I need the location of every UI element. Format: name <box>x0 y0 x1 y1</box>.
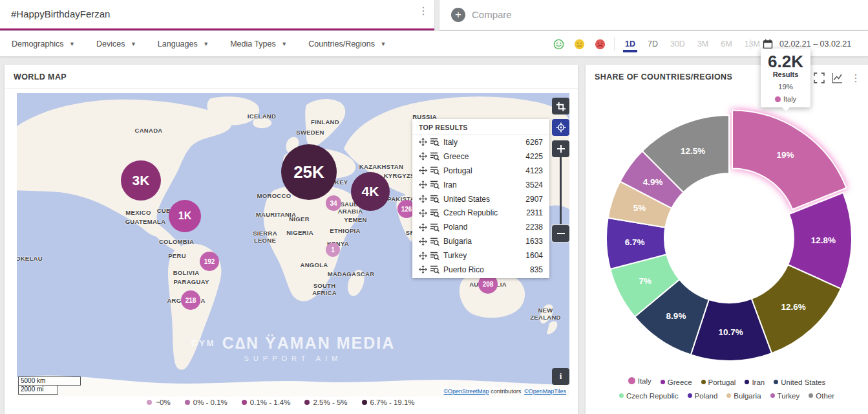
map-crop-button[interactable] <box>552 98 569 114</box>
calendar-icon[interactable] <box>763 39 773 49</box>
share-legend-item-iran[interactable]: Iran <box>745 378 765 386</box>
search-list-icon[interactable] <box>430 138 439 146</box>
share-legend-item-bulgaria[interactable]: Bulgaria <box>726 392 761 400</box>
top-result-row[interactable]: Italy6267 <box>412 135 549 149</box>
search-list-icon[interactable] <box>430 152 439 160</box>
top-result-row[interactable]: Bulgaria1633 <box>412 234 549 248</box>
share-legend-item-portugal[interactable]: Portugal <box>701 378 736 386</box>
compare-card[interactable]: + Compare <box>439 0 868 30</box>
share-legend-item-turkey[interactable]: Turkey <box>770 392 800 400</box>
move-to-icon[interactable] <box>419 209 427 217</box>
move-to-icon[interactable] <box>419 152 427 160</box>
move-to-icon[interactable] <box>419 237 427 246</box>
map-bubble[interactable]: 1K <box>169 200 201 232</box>
search-list-icon[interactable] <box>430 209 439 217</box>
map-country-label: TOKELAU <box>17 255 43 262</box>
top-result-row[interactable]: Portugal4123 <box>412 164 549 178</box>
map-bubble[interactable]: 3K <box>121 160 161 201</box>
map-country-label: CANADA <box>135 127 163 134</box>
map-bubble[interactable]: 34 <box>326 195 341 211</box>
share-legend-item-italy[interactable]: Italy <box>628 377 651 385</box>
attribution-link[interactable]: ©OpenStreetMap <box>443 388 489 395</box>
filter-countries-regions[interactable]: Countries/Regions ▼ <box>308 39 386 49</box>
map-scale-mi: 2000 mi <box>18 386 58 395</box>
world-map[interactable]: CANADAICELANDFINLANDSWEDENRUSSIAKAZAKHST… <box>17 93 569 397</box>
tooltip-country-dot <box>775 96 781 102</box>
move-to-icon[interactable] <box>419 265 427 274</box>
map-target-button[interactable] <box>552 119 569 136</box>
time-range-7d[interactable]: 7D <box>647 32 659 56</box>
top-result-row[interactable]: Greece4225 <box>412 149 549 164</box>
compare-plus-icon[interactable]: + <box>451 8 465 22</box>
sentiment-neutral-icon[interactable] <box>574 39 585 50</box>
map-info-button[interactable]: i <box>552 368 569 385</box>
search-list-icon[interactable] <box>430 265 439 274</box>
top-result-row[interactable]: Czech Republic2311 <box>412 206 549 220</box>
top-result-value: 835 <box>530 265 543 274</box>
map-zoom-slider[interactable] <box>560 155 562 228</box>
filter-languages[interactable]: Languages ▼ <box>158 39 209 49</box>
world-map-panel: WORLD MAP C <box>5 65 578 414</box>
search-list-icon[interactable] <box>430 237 439 246</box>
share-legend-item-united-states[interactable]: United States <box>774 378 825 386</box>
donut-chart[interactable]: 19%12.8%12.6%10.7%8.9%7%6.7%5%4.9%12.5% <box>586 65 868 414</box>
share-legend-item-other[interactable]: Other <box>809 392 834 400</box>
move-to-icon[interactable] <box>419 138 427 146</box>
time-range-3m[interactable]: 3M <box>697 32 709 56</box>
map-bubble[interactable]: 1 <box>326 243 340 257</box>
filter-devices[interactable]: Devices ▼ <box>96 39 136 49</box>
map-bubble[interactable]: 192 <box>200 252 219 271</box>
search-list-icon[interactable] <box>430 252 439 260</box>
search-list-icon[interactable] <box>430 195 439 203</box>
legend-dot <box>770 393 775 398</box>
top-result-row[interactable]: Turkey1604 <box>412 248 549 263</box>
legend-dot <box>185 400 190 405</box>
time-range-30d[interactable]: 30D <box>670 32 686 56</box>
filter-media-types[interactable]: Media Types ▼ <box>230 39 287 49</box>
search-query[interactable]: #HappyBirthdayFerzan <box>11 8 110 19</box>
share-legend-item-czech-republic[interactable]: Czech Republic <box>619 392 679 400</box>
top-result-row[interactable]: Poland2238 <box>412 220 549 234</box>
top-result-row[interactable]: Iran3524 <box>412 178 549 192</box>
donut-slice-label: 7% <box>639 276 651 286</box>
legend-dot <box>688 393 692 398</box>
sentiment-negative-icon[interactable] <box>595 39 606 50</box>
search-kebab-icon[interactable]: ⋮ <box>418 9 429 13</box>
search-topic-card[interactable]: #HappyBirthdayFerzan ⋮ <box>0 0 434 30</box>
legend-dot <box>745 380 749 384</box>
move-to-icon[interactable] <box>419 195 427 203</box>
sentiment-positive-icon[interactable] <box>553 39 564 50</box>
map-bubble[interactable]: 25K <box>281 144 337 200</box>
search-list-icon[interactable] <box>430 180 439 189</box>
map-country-label: MADAGASCAR <box>328 270 375 278</box>
share-countries-panel: SHARE OF COUNTRIES/REGIONS ⋮ 19%12.8%12.… <box>586 65 868 414</box>
move-to-icon[interactable] <box>419 166 427 175</box>
time-range-6m[interactable]: 6M <box>720 32 732 56</box>
time-range-1d[interactable]: 1D <box>624 32 636 56</box>
search-list-icon[interactable] <box>430 166 439 175</box>
legend-dot <box>774 380 778 384</box>
search-list-icon[interactable] <box>430 223 439 232</box>
map-country-label: KAZAKHSTAN <box>359 163 403 170</box>
map-bubble[interactable]: 218 <box>181 290 200 310</box>
map-percent-legend: ~0%0% - 0.1%0.1% - 1.4%2.5% - 5%6.7% - 1… <box>5 398 557 406</box>
move-to-icon[interactable] <box>419 180 427 189</box>
move-to-icon[interactable] <box>419 223 427 232</box>
top-result-value: 1604 <box>525 251 543 260</box>
map-bubble[interactable]: 4K <box>351 172 390 211</box>
map-country-label: PERU <box>168 252 186 259</box>
map-zoom-in-button[interactable] <box>552 140 569 157</box>
map-zoom-out-button[interactable] <box>552 225 569 242</box>
attribution-link[interactable]: ©OpenMapTiles <box>524 388 566 395</box>
donut-slice-label: 12.5% <box>681 146 705 156</box>
move-to-icon[interactable] <box>419 252 427 260</box>
top-result-row[interactable]: United States2907 <box>412 192 549 206</box>
top-result-row[interactable]: Puerto Rico835 <box>412 263 549 277</box>
top-result-country: Poland <box>443 223 525 232</box>
share-legend-item-greece[interactable]: Greece <box>661 378 692 386</box>
filter-demographics[interactable]: Demographics ▼ <box>12 39 75 49</box>
legend-dot <box>628 377 635 384</box>
share-legend: ItalyGreecePortugalIranUnited StatesCzec… <box>586 375 868 402</box>
share-legend-item-poland[interactable]: Poland <box>688 392 718 400</box>
time-range-13m[interactable]: 13M <box>744 32 761 56</box>
